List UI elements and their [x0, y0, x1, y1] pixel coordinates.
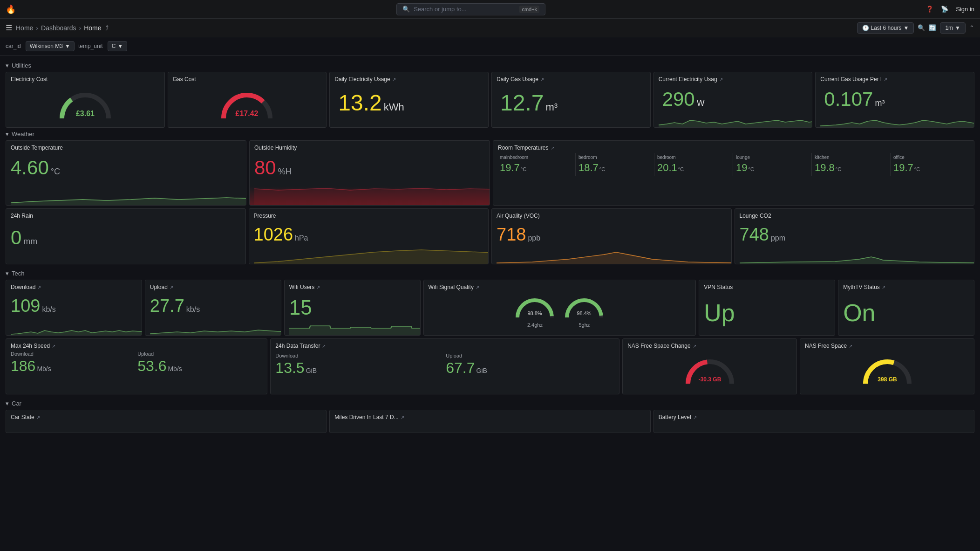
room-office: office 19.7 °C	[892, 153, 969, 176]
air-quality-value: 718 ppb	[497, 221, 727, 247]
panel-nas-free: NAS Free Space ↗ 398 GB	[800, 338, 974, 394]
panel-lounge-co2: Lounge CO2 748 ppm	[735, 208, 975, 264]
download-value: 109 kb/s	[11, 292, 137, 318]
hamburger-icon[interactable]: ☰	[6, 23, 12, 32]
search-placeholder: Search or jump to...	[414, 6, 466, 13]
zoom-out-icon[interactable]: 🔍	[918, 24, 925, 31]
max-ul-stat: 53.6 Mb/s	[137, 358, 262, 375]
refresh-interval-label: 1m	[945, 25, 953, 31]
ext-link-icon: ↗	[884, 77, 887, 82]
section-tech-header[interactable]: ▾ Tech	[6, 267, 974, 280]
stat-row: 1026 hPa	[254, 225, 484, 245]
panel-title: Battery Level ↗	[659, 414, 969, 420]
ext-link-icon: ↗	[540, 77, 544, 82]
nas-change-gauge: -30.3 GB	[627, 351, 792, 389]
panel-title: Lounge CO2	[740, 213, 970, 219]
temp-unit-select[interactable]: C ▼	[108, 41, 128, 51]
svg-text:£3.61: £3.61	[76, 110, 95, 117]
gauge-5-label: 5ghz	[563, 322, 605, 328]
gauge-24ghz: 98.8% 2.4ghz	[514, 294, 556, 328]
help-icon: ❓	[926, 6, 933, 13]
panel-miles-driven: Miles Driven In Last 7 D... ↗	[329, 410, 650, 433]
refresh-icon[interactable]: 🔄	[929, 24, 936, 31]
collapse-icon: ▾	[6, 62, 9, 69]
topbar: 🔥 🔍 Search or jump to... cmd+k ❓ 📡 Sign …	[0, 0, 980, 19]
electricity-gauge: £3.61	[11, 84, 160, 123]
outside-humidity-value: 80 %H	[254, 153, 485, 181]
panel-battery-level: Battery Level ↗	[653, 410, 974, 433]
refresh-interval[interactable]: 1m ▼	[940, 22, 966, 34]
ext-link-icon: ↗	[52, 344, 55, 349]
daily-gas-value: 12.7 m³	[497, 84, 646, 118]
stat-row: 0 mm	[11, 227, 241, 249]
section-utilities-header[interactable]: ▾ Utilities	[6, 59, 974, 72]
room-mainbedroom: mainbedroom 19.7 °C	[498, 153, 576, 176]
panel-title: Upload ↗	[150, 284, 276, 290]
daily-elec-value: 13.2 kWh	[334, 84, 483, 118]
car-id-label: car_id	[6, 43, 21, 49]
panel-room-temps: Room Temperatures ↗ mainbedroom 19.7 °C …	[493, 140, 974, 206]
weather-row1: Outside Temperature 4.60 °C Outside Humi…	[6, 140, 974, 206]
transfer-ul-stat: 67.7 GiB	[446, 359, 614, 377]
car-row1: Car State ↗ Miles Driven In Last 7 D... …	[6, 410, 974, 433]
breadcrumb-home[interactable]: Home	[16, 24, 33, 32]
sign-in-btn[interactable]: Sign in	[956, 6, 974, 13]
stat-row: 4.60 °C	[11, 157, 241, 179]
section-weather-header[interactable]: ▾ Weather	[6, 128, 974, 140]
section-weather-label: Weather	[12, 131, 34, 138]
panel-daily-electricity: Daily Electricity Usage ↗ 13.2 kWh	[329, 72, 489, 128]
panel-title: Electricity Cost	[11, 76, 160, 83]
room-bedroom2: bedroom 20.1 °C	[655, 153, 733, 176]
panel-title: Wifi Signal Quality ↗	[429, 284, 691, 290]
temp-unit-label: temp_unit	[78, 43, 103, 49]
mythtv-status-value: On	[843, 292, 969, 330]
panel-outside-temp: Outside Temperature 4.60 °C	[6, 140, 246, 206]
ext-link-icon: ↗	[849, 344, 852, 349]
panel-electricity-cost: Electricity Cost £3.61	[6, 72, 165, 128]
current-gas-value: 0.107 m³	[820, 84, 969, 112]
svg-text:-30.3 GB: -30.3 GB	[698, 376, 721, 383]
ext-link-icon: ↗	[476, 285, 479, 290]
room-bedroom1: bedroom 18.7 °C	[577, 153, 654, 176]
share-icon[interactable]: ⤴	[105, 24, 109, 32]
chevron-down-icon4: ▼	[117, 43, 123, 49]
panel-title: NAS Free Space ↗	[805, 343, 969, 349]
panel-title: VPN Status	[704, 284, 830, 290]
car-id-select[interactable]: Wilkinson M3 ▼	[26, 41, 75, 51]
outside-temp-value: 4.60 °C	[11, 153, 241, 181]
ext-link-icon: ↗	[392, 77, 396, 82]
max-dl-stat: 186 Mb/s	[11, 358, 136, 375]
panel-current-electricity: Current Electricity Usag ↗ 290 W	[653, 72, 813, 128]
topbar-right: ❓ 📡 Sign in	[926, 6, 974, 13]
section-utilities-label: Utilities	[12, 62, 31, 69]
section-car-header[interactable]: ▾ Car	[6, 397, 974, 410]
topbar-left: 🔥	[6, 4, 16, 14]
breadcrumb-dashboards[interactable]: Dashboards	[41, 24, 76, 32]
svg-rect-2	[254, 189, 490, 205]
utilities-grid: Electricity Cost £3.61 Gas Cost £17.42	[6, 72, 974, 128]
panel-title: Air Quality (VOC)	[497, 213, 727, 219]
panel-air-quality: Air Quality (VOC) 718 ppb	[491, 208, 732, 264]
ext-link-icon: ↗	[37, 285, 41, 290]
panel-rain: 24h Rain 0 mm	[6, 208, 246, 264]
navbar: ☰ Home › Dashboards › Home ⤴ 🕐 Last 6 ho…	[0, 19, 980, 37]
gauge-24-label: 2.4ghz	[514, 322, 556, 328]
stat-row: 80 %H	[254, 157, 485, 179]
panel-title: Miles Driven In Last 7 D... ↗	[334, 414, 645, 420]
current-elec-value: 290 W	[659, 84, 808, 112]
section-car-label: Car	[12, 400, 21, 407]
stat-row: 290 W	[662, 88, 804, 110]
search-bar[interactable]: 🔍 Search or jump to... cmd+k	[396, 3, 545, 15]
breadcrumb-current: Home	[84, 24, 101, 32]
navbar-right: 🕐 Last 6 hours ▼ 🔍 🔄 1m ▼ ⌃	[857, 22, 975, 34]
stat-row: 13.2 kWh	[338, 92, 480, 114]
stat-row: 109 kb/s	[11, 296, 137, 316]
collapse-icon4: ▾	[6, 400, 9, 407]
time-range-selector[interactable]: 🕐 Last 6 hours ▼	[857, 22, 914, 34]
dual-gauge: 98.8% 2.4ghz 98.4% 5ghz	[429, 292, 691, 330]
panel-wifi-users: Wifi Users ↗ 15	[284, 280, 421, 336]
transfer-values: Download 13.5 GiB Upload 67.7 GiB	[275, 351, 614, 377]
expand-icon[interactable]: ⌃	[969, 24, 974, 31]
nas-free-gauge: 398 GB	[805, 351, 969, 389]
panel-title: Room Temperatures ↗	[498, 145, 969, 151]
